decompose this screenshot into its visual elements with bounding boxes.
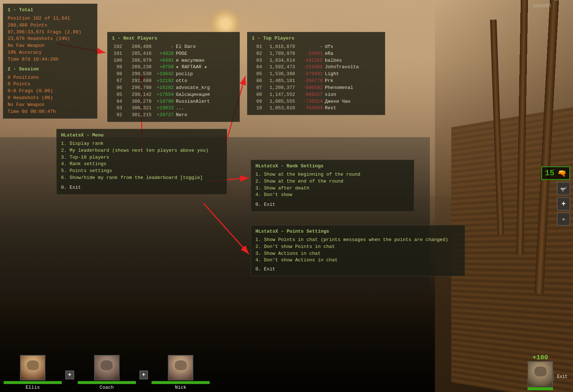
secondary-weapon-button[interactable]	[557, 182, 570, 195]
rank-settings-item[interactable]: 4. Don't show	[255, 192, 409, 199]
player-card-nick: Nick	[148, 355, 213, 390]
col-name: El Daro	[176, 44, 196, 50]
col-name: Джеки Чан	[325, 98, 350, 105]
col-rank: 03	[252, 57, 262, 64]
col-points: 292,680	[124, 78, 152, 85]
top-players-panel: 1 - Top Players 01 1,815,879 - dfx 02 1,…	[247, 32, 385, 115]
medkit-icon-2[interactable]: +	[140, 371, 148, 379]
face-ellis	[21, 356, 45, 380]
menu-panel: HLstatsX - Menu 1. Display rank2. My lea…	[56, 129, 227, 195]
top-players-rows: 01 1,815,879 - dfx 02 1,789,978 -25901 e…	[252, 44, 380, 112]
medkit-button[interactable]: +	[557, 197, 570, 211]
col-rank: 06	[252, 78, 262, 85]
face-right	[528, 362, 552, 386]
col-rank: 09	[252, 98, 262, 105]
col-points: 1,147,552	[264, 91, 295, 98]
menu-item[interactable]: 1. Display rank	[61, 140, 222, 147]
table-row: 93 300,321 +19833 ...	[112, 105, 235, 112]
table-row: 08 1,147,552 -668327 xion	[252, 91, 380, 98]
col-name: Prk	[325, 78, 333, 85]
table-row: 09 1,085,555 -730324 Джеки Чан	[252, 98, 380, 105]
stats-fav-weapon: No Fav Weapon	[8, 42, 93, 49]
col-diff: -730324	[297, 98, 323, 105]
menu-item[interactable]: 6. Show/hide my rank from the leaderboar…	[61, 175, 222, 181]
stats-panel: 1 - Total Position 102 of 11,641 280,488…	[3, 4, 97, 119]
points-settings-list: 1. Show Points in chat (prints messages …	[255, 237, 460, 264]
stats-title-total: 1 - Total	[8, 7, 93, 14]
table-row: 102 280,488 - El Daro	[112, 44, 235, 50]
player-card-coach: Coach	[74, 355, 140, 390]
svg-rect-6	[561, 188, 565, 190]
points-settings-item[interactable]: 4. Don't show Actions in chat	[255, 257, 460, 264]
menu-item[interactable]: 4. Rank settings	[61, 161, 222, 168]
col-diff: -181265	[297, 57, 323, 64]
menu-item[interactable]: 2. My leaderboard (shows next ten player…	[61, 147, 222, 154]
col-points: 1,209,377	[264, 85, 295, 91]
player-name-coach: Coach	[100, 385, 114, 390]
top-players-title: 1 - Top Players	[252, 35, 380, 42]
points-settings-exit[interactable]: 0. Exit	[255, 266, 460, 273]
rank-settings-list: 1. Show at the beginning of the round2. …	[255, 171, 409, 199]
stats-headshots: 23,676 Headshots (24%)	[8, 36, 93, 42]
table-row: 01 1,815,879 - dfx	[252, 44, 380, 50]
col-diff: +20727	[154, 112, 174, 119]
points-settings-item[interactable]: 3. Show Actions in chat	[255, 250, 460, 257]
rank-settings-exit[interactable]: 0. Exit	[255, 201, 409, 208]
col-name: dfx	[325, 44, 333, 50]
col-points: 290,530	[124, 71, 152, 78]
health-bar-right	[528, 387, 553, 390]
table-row: 10 1,053,010 -762869 Rest	[252, 105, 380, 112]
portrait-coach	[94, 355, 120, 380]
col-name: JohnTravolta	[325, 64, 359, 71]
rank-settings-title: HLstatsX - Rank Settings	[255, 163, 409, 170]
col-rank: 05	[252, 71, 262, 78]
col-points: 1,053,010	[264, 105, 295, 112]
stats-session-time: Time 0d 00:00:47h	[8, 109, 93, 115]
stats-session-frags: 0:0 Frags (0.00)	[8, 88, 93, 95]
col-diff: -668327	[297, 91, 323, 98]
table-row: 99 289,238 +8750 ★ RAFTAAR ★	[112, 64, 235, 71]
col-diff: +4928	[154, 50, 174, 57]
col-rank: 99	[112, 64, 122, 71]
col-diff: +19790	[154, 98, 174, 105]
col-rank: 94	[112, 98, 122, 105]
rank-settings-item[interactable]: 1. Show at the beginning of the round	[255, 171, 409, 178]
rank-settings-panel: HLstatsX - Rank Settings 1. Show at the …	[251, 160, 414, 212]
points-settings-item[interactable]: 2. Don't show Points in chat	[255, 244, 460, 250]
health-bar-container-coach	[78, 381, 136, 384]
menu-item[interactable]: 5. Points settings	[61, 168, 222, 175]
col-diff: -279491	[297, 71, 323, 78]
col-rank: 02	[252, 50, 262, 57]
player-card-ellis: Ellis	[0, 355, 65, 390]
next-players-title: 1 - Next Players	[112, 35, 235, 42]
col-diff: +17654	[154, 91, 174, 98]
rank-settings-item[interactable]: 2. Show at the end of the round	[255, 178, 409, 185]
col-diff: +10042	[154, 71, 174, 78]
points-settings-item[interactable]: 1. Show Points in chat (prints messages …	[255, 237, 460, 244]
col-diff: -	[297, 44, 323, 50]
medkit-icon-1[interactable]: +	[65, 371, 74, 379]
table-row: 03 1,634,614 -181265 balbes	[252, 57, 380, 64]
col-points: 296,780	[124, 85, 152, 91]
col-points: 1,536,388	[264, 71, 295, 78]
menu-exit[interactable]: 0. Exit	[61, 184, 222, 191]
col-points: 289,238	[124, 64, 152, 71]
pistol-icon	[560, 185, 567, 192]
col-points: 1,634,614	[264, 57, 295, 64]
table-row: 05 1,536,388 -279491 Light	[252, 71, 380, 78]
col-diff: +6491	[154, 57, 174, 64]
col-points: 1,789,978	[264, 50, 295, 57]
table-row: 92 301,215 +20727 Nero	[112, 112, 235, 119]
col-diff: -762869	[297, 105, 323, 112]
stats-session-headshots: 0 Headshots (0%)	[8, 95, 93, 102]
menu-item[interactable]: 3. Top-10 players	[61, 154, 222, 161]
rank-settings-item[interactable]: 3. Show after death	[255, 185, 409, 192]
col-points: 298,142	[124, 91, 152, 98]
col-points: 285,416	[124, 50, 152, 57]
misc-button[interactable]: ▲	[557, 213, 570, 226]
ammo-display: 15 🔫	[541, 167, 570, 180]
face-coach	[95, 356, 119, 380]
face-nick	[169, 356, 193, 380]
col-rank: 100	[112, 57, 122, 64]
col-diff: +12192	[154, 78, 174, 85]
